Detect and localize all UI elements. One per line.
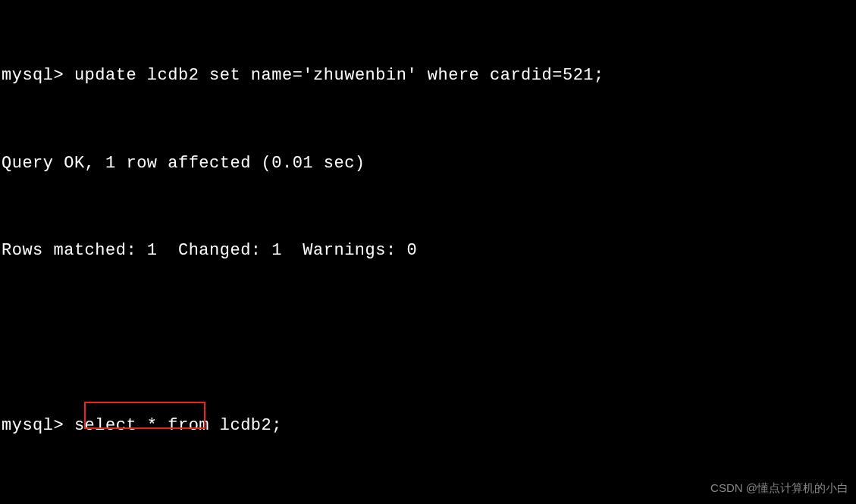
watermark: CSDN @懂点计算机的小白 (710, 478, 848, 498)
prompt: mysql> (2, 66, 64, 85)
terminal-output: mysql> update lcdb2 set name='zhuwenbin'… (2, 3, 854, 504)
command-line-update: mysql> update lcdb2 set name='zhuwenbin'… (2, 61, 854, 91)
command-line-select: mysql> select * from lcdb2; (2, 412, 854, 441)
table-border-top: +------+-----------+--------+-----------… (2, 499, 854, 505)
select-command: select * from lcdb2; (74, 416, 282, 435)
prompt: mysql> (2, 416, 64, 435)
update-result-line2: Rows matched: 1 Changed: 1 Warnings: 0 (2, 236, 854, 266)
update-result-line1: Query OK, 1 row affected (0.01 sec) (2, 149, 854, 179)
blank-line (2, 324, 854, 354)
update-command: update lcdb2 set name='zhuwenbin' where … (74, 66, 604, 85)
